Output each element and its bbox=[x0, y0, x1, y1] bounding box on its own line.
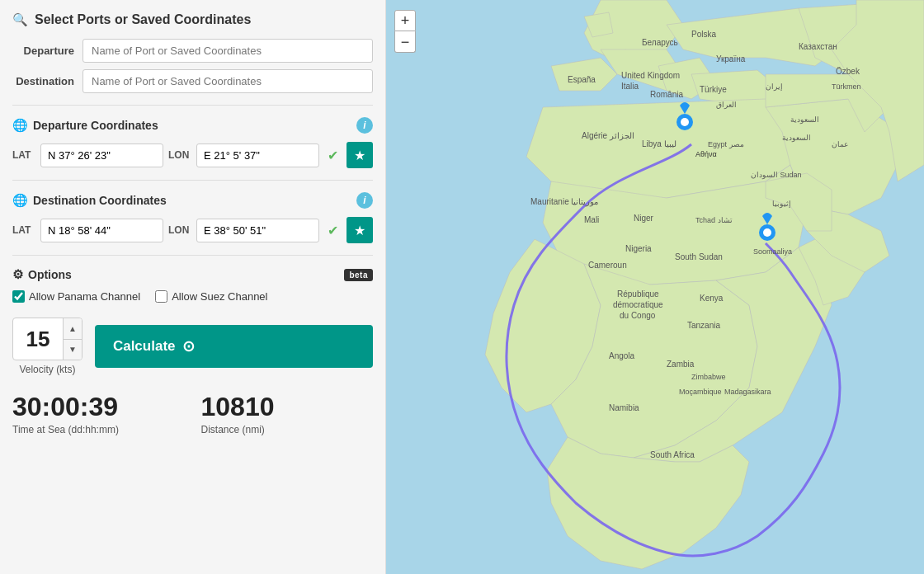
globe-icon-destination: 🌐 bbox=[12, 193, 28, 208]
departure-info-icon[interactable]: i bbox=[356, 117, 373, 134]
svg-text:Zambia: Zambia bbox=[667, 360, 695, 369]
globe-icon-departure: 🌐 bbox=[12, 118, 28, 133]
svg-text:Libya ليبيا: Libya ليبيا bbox=[642, 139, 676, 148]
svg-point-4 bbox=[763, 228, 771, 237]
distance-result: 10810 Distance (nmi) bbox=[201, 392, 374, 435]
velocity-label: Velocity (kts) bbox=[12, 364, 82, 375]
svg-text:Украïна: Украïна bbox=[716, 54, 746, 64]
svg-text:Egypt مصر: Egypt مصر bbox=[708, 140, 744, 149]
play-icon: ⊙ bbox=[182, 337, 195, 355]
time-result: 30:00:39 Time at Sea (dd:hh:mm) bbox=[12, 392, 185, 435]
calculate-button[interactable]: Calculate ⊙ bbox=[95, 325, 373, 368]
svg-text:démocratique: démocratique bbox=[613, 300, 663, 309]
zoom-in-button[interactable]: + bbox=[394, 10, 416, 31]
destination-input[interactable] bbox=[82, 69, 373, 93]
destination-star-button[interactable]: ★ bbox=[346, 217, 373, 243]
svg-text:Italia: Italia bbox=[621, 82, 639, 91]
departure-input[interactable] bbox=[82, 39, 373, 63]
departure-coords-title: 🌐 Departure Coordinates bbox=[12, 118, 158, 133]
time-label: Time at Sea (dd:hh:mm) bbox=[12, 424, 185, 435]
divider-3 bbox=[12, 255, 373, 256]
svg-text:South Sudan: South Sudan bbox=[675, 252, 723, 261]
destination-check-icon[interactable]: ✔ bbox=[328, 223, 338, 238]
departure-star-button[interactable]: ★ bbox=[346, 142, 373, 168]
departure-lat-label: LAT bbox=[12, 149, 35, 161]
svg-text:United Kingdom: United Kingdom bbox=[621, 71, 680, 80]
options-title: ⚙ Options bbox=[12, 267, 72, 282]
left-panel: 🔍 Select Ports or Saved Coordinates Depa… bbox=[0, 0, 386, 574]
destination-coords-title: 🌐 Destination Coordinates bbox=[12, 193, 167, 208]
map-container[interactable]: + − bbox=[386, 0, 924, 574]
destination-label: Destination bbox=[12, 75, 82, 87]
destination-coords-header: 🌐 Destination Coordinates i bbox=[12, 192, 373, 209]
svg-text:Türkmen: Türkmen bbox=[832, 82, 861, 91]
departure-check-icon[interactable]: ✔ bbox=[328, 148, 338, 163]
svg-text:Özbek: Özbek bbox=[836, 67, 860, 76]
destination-row: Destination bbox=[12, 69, 373, 93]
velocity-wrapper: 15 ▲ ▼ Velocity (kts) bbox=[12, 318, 82, 375]
suez-checkbox[interactable] bbox=[155, 290, 167, 303]
departure-coords-section: 🌐 Departure Coordinates i LAT LON ✔ ★ bbox=[12, 117, 373, 168]
svg-text:Zimbabwe: Zimbabwe bbox=[691, 373, 726, 381]
search-icon: 🔍 bbox=[12, 12, 28, 27]
distance-label: Distance (nmi) bbox=[201, 424, 374, 435]
svg-text:عمان: عمان bbox=[832, 140, 848, 148]
calculate-label: Calculate bbox=[113, 338, 176, 355]
svg-text:Madagasikara: Madagasikara bbox=[724, 388, 771, 396]
map-zoom-controls: + − bbox=[394, 10, 416, 53]
divider-2 bbox=[12, 180, 373, 181]
departure-coords-row: LAT LON ✔ ★ bbox=[12, 142, 373, 168]
svg-text:Soomaaliya: Soomaaliya bbox=[753, 247, 792, 256]
svg-text:السعودية: السعودية bbox=[790, 115, 819, 125]
svg-text:السودان Sudan: السودان Sudan bbox=[751, 171, 802, 180]
suez-checkbox-item[interactable]: Allow Suez Channel bbox=[155, 290, 267, 303]
svg-text:Angola: Angola bbox=[609, 351, 635, 360]
destination-lon-label: LON bbox=[168, 224, 191, 236]
svg-text:إيران: إيران bbox=[766, 82, 783, 92]
svg-text:Беларусь: Беларусь bbox=[642, 38, 678, 47]
departure-label: Departure bbox=[12, 45, 82, 57]
destination-info-icon[interactable]: i bbox=[356, 192, 373, 209]
svg-text:Namibia: Namibia bbox=[609, 403, 639, 412]
divider-1 bbox=[12, 105, 373, 106]
svg-text:Algérie الجزائر: Algérie الجزائر bbox=[582, 131, 634, 141]
select-ports-title: Select Ports or Saved Coordinates bbox=[35, 12, 251, 27]
svg-text:Tanzania: Tanzania bbox=[687, 321, 720, 330]
panama-checkbox[interactable] bbox=[12, 290, 25, 303]
time-value: 30:00:39 bbox=[12, 392, 185, 422]
departure-lat-input[interactable] bbox=[40, 144, 163, 167]
distance-value: 10810 bbox=[201, 392, 374, 422]
options-section: ⚙ Options beta Allow Panama Channel Allo… bbox=[12, 267, 373, 303]
svg-text:du Congo: du Congo bbox=[620, 311, 656, 320]
suez-label: Allow Suez Channel bbox=[172, 290, 267, 303]
svg-point-2 bbox=[681, 118, 689, 126]
svg-text:السعودية: السعودية bbox=[782, 134, 811, 143]
destination-lat-input[interactable] bbox=[40, 219, 163, 242]
velocity-down-button[interactable]: ▼ bbox=[64, 340, 82, 360]
svg-text:Moçambique: Moçambique bbox=[679, 388, 722, 396]
velocity-spinners: ▲ ▼ bbox=[63, 318, 82, 360]
zoom-out-button[interactable]: − bbox=[394, 31, 416, 53]
results-row: 30:00:39 Time at Sea (dd:hh:mm) 10810 Di… bbox=[12, 392, 373, 435]
svg-text:République: République bbox=[617, 289, 659, 299]
svg-text:العراق: العراق bbox=[716, 101, 737, 110]
select-ports-header: 🔍 Select Ports or Saved Coordinates bbox=[12, 12, 373, 27]
calculate-row: 15 ▲ ▼ Velocity (kts) Calculate ⊙ bbox=[12, 318, 373, 375]
panama-label: Allow Panama Channel bbox=[29, 290, 140, 303]
beta-badge: beta bbox=[344, 269, 373, 281]
svg-text:Mauritanie موريتانيا: Mauritanie موريتانيا bbox=[530, 197, 598, 207]
destination-lon-input[interactable] bbox=[196, 219, 319, 242]
velocity-up-button[interactable]: ▲ bbox=[64, 318, 82, 340]
checkboxes-row: Allow Panama Channel Allow Suez Channel bbox=[12, 290, 373, 303]
svg-text:Nigeria: Nigeria bbox=[625, 244, 652, 253]
departure-lon-label: LON bbox=[168, 149, 191, 161]
panama-checkbox-item[interactable]: Allow Panama Channel bbox=[12, 290, 140, 303]
svg-text:Αθήνα: Αθήνα bbox=[695, 150, 717, 158]
svg-text:Tchad تشاد: Tchad تشاد bbox=[695, 216, 733, 224]
velocity-value: 15 bbox=[13, 327, 63, 352]
svg-text:إثيوبيا: إثيوبيا bbox=[772, 200, 791, 209]
options-header: ⚙ Options beta bbox=[12, 267, 373, 282]
departure-lon-input[interactable] bbox=[196, 144, 319, 167]
svg-text:Niger: Niger bbox=[634, 214, 654, 223]
svg-text:España: España bbox=[568, 75, 596, 84]
